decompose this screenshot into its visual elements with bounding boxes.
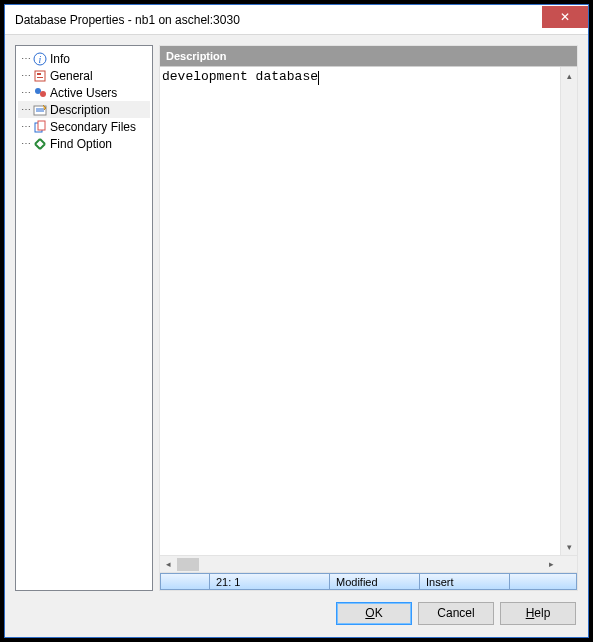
button-row: OK Cancel Help bbox=[15, 591, 578, 627]
nav-item-general[interactable]: ⋯ General bbox=[18, 67, 150, 84]
ok-button[interactable]: OK bbox=[336, 602, 412, 625]
nav-item-label: Find Option bbox=[50, 137, 112, 151]
editor-statusbar: 21: 1 Modified Insert bbox=[160, 572, 577, 590]
close-icon: ✕ bbox=[560, 10, 570, 24]
svg-point-5 bbox=[35, 88, 41, 94]
description-editor[interactable]: development database bbox=[160, 67, 560, 555]
nav-item-label: Secondary Files bbox=[50, 120, 136, 134]
desc-icon bbox=[32, 102, 48, 118]
tree-collapse-icon: ⋯ bbox=[20, 121, 32, 132]
tree-collapse-icon: ⋯ bbox=[20, 70, 32, 81]
status-cell-empty bbox=[160, 573, 210, 590]
nav-item-info[interactable]: ⋯ i Info bbox=[18, 50, 150, 67]
nav-item-label: General bbox=[50, 69, 93, 83]
nav-item-label: Info bbox=[50, 52, 70, 66]
scroll-corner bbox=[560, 556, 577, 572]
files-icon bbox=[32, 119, 48, 135]
nav-item-description[interactable]: ⋯ Description bbox=[18, 101, 150, 118]
nav-item-label: Description bbox=[50, 103, 110, 117]
scroll-left-icon[interactable]: ◂ bbox=[160, 556, 177, 572]
status-cell-spacer bbox=[510, 573, 577, 590]
vertical-scrollbar[interactable]: ▴ ▾ bbox=[560, 67, 577, 555]
tree-collapse-icon: ⋯ bbox=[20, 138, 32, 149]
status-insert-mode: Insert bbox=[420, 573, 510, 590]
svg-text:i: i bbox=[39, 54, 42, 65]
editor-content: development database bbox=[162, 69, 318, 84]
svg-rect-2 bbox=[35, 71, 45, 81]
find-icon bbox=[32, 136, 48, 152]
svg-rect-4 bbox=[37, 77, 43, 78]
editor-wrap: development database ▴ ▾ bbox=[160, 66, 577, 555]
nav-pane: ⋯ i Info ⋯ General ⋯ bbox=[15, 45, 153, 591]
tree-collapse-icon: ⋯ bbox=[20, 53, 32, 64]
content-pane: Description development database ▴ ▾ ◂ ▸ bbox=[159, 45, 578, 591]
panes: ⋯ i Info ⋯ General ⋯ bbox=[15, 45, 578, 591]
text-cursor bbox=[318, 71, 319, 85]
scroll-right-icon[interactable]: ▸ bbox=[543, 556, 560, 572]
status-modified: Modified bbox=[330, 573, 420, 590]
tree-collapse-icon: ⋯ bbox=[20, 87, 32, 98]
svg-rect-11 bbox=[38, 121, 45, 130]
info-icon: i bbox=[32, 51, 48, 67]
horizontal-scrollbar[interactable]: ◂ ▸ bbox=[160, 555, 577, 572]
scroll-up-icon[interactable]: ▴ bbox=[561, 67, 577, 84]
window-title: Database Properties - nb1 on aschel:3030 bbox=[15, 13, 542, 27]
content-header: Description bbox=[160, 46, 577, 66]
dialog-body: ⋯ i Info ⋯ General ⋯ bbox=[5, 35, 588, 637]
close-button[interactable]: ✕ bbox=[542, 6, 588, 28]
titlebar[interactable]: Database Properties - nb1 on aschel:3030… bbox=[5, 5, 588, 35]
general-icon bbox=[32, 68, 48, 84]
hscroll-track[interactable] bbox=[177, 556, 543, 572]
tree-collapse-icon: ⋯ bbox=[20, 104, 32, 115]
help-button[interactable]: Help bbox=[500, 602, 576, 625]
hscroll-thumb[interactable] bbox=[177, 558, 199, 571]
nav-item-secondary-files[interactable]: ⋯ Secondary Files bbox=[18, 118, 150, 135]
users-icon bbox=[32, 85, 48, 101]
scroll-down-icon[interactable]: ▾ bbox=[561, 538, 577, 555]
nav-item-label: Active Users bbox=[50, 86, 117, 100]
nav-item-find-option[interactable]: ⋯ Find Option bbox=[18, 135, 150, 152]
svg-rect-3 bbox=[37, 73, 41, 75]
status-cursor-position: 21: 1 bbox=[210, 573, 330, 590]
dialog-window: Database Properties - nb1 on aschel:3030… bbox=[4, 4, 589, 638]
vscroll-track[interactable] bbox=[561, 84, 577, 538]
cancel-button[interactable]: Cancel bbox=[418, 602, 494, 625]
nav-item-active-users[interactable]: ⋯ Active Users bbox=[18, 84, 150, 101]
svg-point-6 bbox=[40, 91, 46, 97]
